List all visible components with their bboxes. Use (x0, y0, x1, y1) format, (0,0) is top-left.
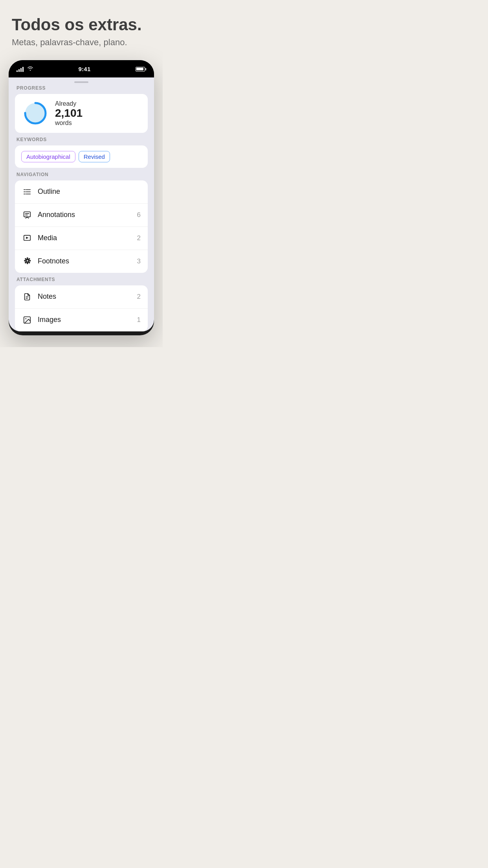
navigation-section: NAVIGATION (9, 172, 154, 273)
svg-marker-12 (26, 237, 28, 239)
images-icon (22, 315, 32, 325)
progress-card: Already 2,101 words (15, 94, 148, 133)
nav-item-footnotes[interactable]: ✳ Footnotes 3 (15, 250, 148, 273)
subtitle: Metas, palavras-chave, plano. (12, 37, 151, 48)
keywords-section: KEYWORDS Autobiographical Revised (9, 137, 154, 168)
progress-section-label: PROGRESS (15, 85, 148, 91)
media-icon (22, 233, 32, 243)
nav-item-notes[interactable]: Notes 2 (15, 285, 148, 309)
nav-item-images[interactable]: Images 1 (15, 309, 148, 331)
attachments-section: ATTACHMENTS Notes 2 (9, 277, 154, 331)
navigation-list: Outline Annotations (15, 180, 148, 273)
nav-label-media: Media (38, 234, 137, 242)
svg-rect-8 (24, 211, 31, 217)
signal-bar-2 (18, 69, 20, 72)
status-time: 9:41 (78, 66, 90, 72)
keyword-autobiographical[interactable]: Autobiographical (21, 151, 75, 162)
keywords-card: Autobiographical Revised (15, 145, 148, 168)
progress-section: PROGRESS Already 2,101 words (9, 85, 154, 133)
keyword-revised[interactable]: Revised (79, 151, 110, 162)
battery-tip (145, 68, 146, 70)
attachments-section-label: ATTACHMENTS (15, 277, 148, 282)
pull-bar (74, 81, 88, 83)
page-wrapper: Todos os extras. Metas, palavras-chave, … (0, 0, 163, 347)
svg-text:✳: ✳ (24, 257, 31, 265)
progress-words-label: words (55, 120, 83, 127)
attachments-list: Notes 2 Images 1 (15, 285, 148, 331)
progress-already-label: Already (55, 100, 83, 107)
footnotes-icon: ✳ (22, 256, 32, 267)
annotations-icon (22, 210, 32, 220)
nav-count-footnotes: 3 (137, 257, 141, 265)
outline-icon (22, 187, 32, 197)
main-title: Todos os extras. (12, 16, 151, 34)
progress-text: Already 2,101 words (55, 100, 83, 127)
status-left (17, 66, 33, 72)
nav-label-notes: Notes (38, 292, 137, 301)
nav-label-outline: Outline (38, 188, 141, 196)
status-bar: 9:41 (9, 60, 154, 77)
battery-fill (136, 68, 143, 70)
pull-indicator (9, 77, 154, 85)
nav-item-outline[interactable]: Outline (15, 180, 148, 204)
nav-count-media: 2 (137, 234, 141, 242)
nav-count-images: 1 (137, 316, 141, 324)
keywords-section-label: KEYWORDS (15, 137, 148, 142)
phone-mockup: 9:41 PROGRESS (9, 60, 154, 335)
nav-item-media[interactable]: Media 2 (15, 227, 148, 250)
nav-label-images: Images (38, 316, 137, 324)
nav-count-annotations: 6 (137, 211, 141, 219)
notes-icon (22, 292, 32, 302)
nav-label-footnotes: Footnotes (38, 257, 137, 265)
signal-bars-icon (17, 66, 24, 72)
navigation-section-label: NAVIGATION (15, 172, 148, 177)
header-area: Todos os extras. Metas, palavras-chave, … (0, 0, 163, 56)
nav-label-annotations: Annotations (38, 211, 137, 219)
svg-point-17 (25, 318, 26, 319)
battery-icon (136, 67, 146, 72)
nav-count-notes: 2 (137, 293, 141, 301)
signal-bar-3 (20, 68, 22, 72)
phone-inner: PROGRESS Already 2,101 words (9, 77, 154, 331)
wifi-icon (27, 66, 33, 72)
progress-count: 2,101 (55, 107, 83, 120)
battery-body (136, 67, 145, 72)
signal-bar-4 (22, 67, 24, 72)
signal-bar-1 (17, 70, 18, 72)
progress-circle (23, 101, 48, 126)
nav-item-annotations[interactable]: Annotations 6 (15, 204, 148, 227)
